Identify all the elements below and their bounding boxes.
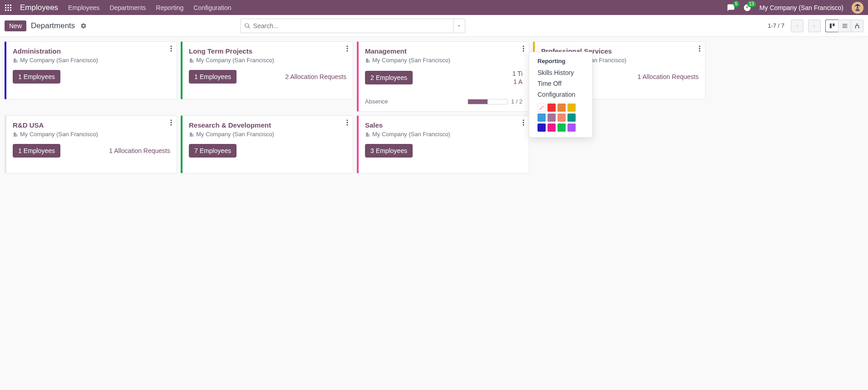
employees-button[interactable]: 3 Employees bbox=[365, 144, 413, 158]
view-list[interactable] bbox=[838, 20, 851, 32]
allocation-link[interactable]: 1 Allocation Requests bbox=[109, 147, 170, 154]
app-brand[interactable]: Employees bbox=[20, 3, 58, 12]
employees-button[interactable]: 7 Employees bbox=[189, 144, 237, 158]
card-company: My Company (San Francisco) bbox=[189, 57, 346, 64]
svg-rect-16 bbox=[829, 23, 831, 28]
color-mauve[interactable] bbox=[547, 114, 556, 122]
svg-point-27 bbox=[347, 46, 348, 47]
search-box[interactable] bbox=[240, 19, 454, 33]
search-options-toggle[interactable] bbox=[454, 19, 465, 33]
card-rnd-usa[interactable]: R&D USA My Company (San Francisco) 1 Emp… bbox=[5, 115, 177, 173]
svg-rect-3 bbox=[5, 7, 6, 8]
messages-icon[interactable]: 5 bbox=[727, 4, 735, 12]
color-teal[interactable] bbox=[567, 114, 576, 122]
search-wrap bbox=[240, 19, 465, 33]
color-red[interactable] bbox=[547, 104, 556, 112]
svg-point-26 bbox=[171, 50, 172, 52]
color-grid bbox=[529, 100, 592, 132]
nav-employees[interactable]: Employees bbox=[68, 4, 99, 11]
svg-rect-18 bbox=[842, 24, 847, 24]
svg-point-39 bbox=[347, 120, 348, 121]
search-input[interactable] bbox=[253, 22, 449, 30]
allocation-link[interactable]: 2 Allocation Requests bbox=[285, 73, 346, 80]
card-kebab[interactable] bbox=[699, 45, 700, 53]
svg-rect-8 bbox=[10, 10, 11, 11]
svg-point-21 bbox=[857, 23, 858, 24]
company-switcher[interactable]: My Company (San Francisco) bbox=[760, 4, 843, 11]
svg-point-36 bbox=[171, 120, 172, 121]
allocation-link[interactable]: 1 Allocation Requests bbox=[637, 73, 699, 80]
color-lightblue[interactable] bbox=[538, 114, 546, 122]
card-title: Management bbox=[365, 47, 523, 55]
nav-configuration[interactable]: Configuration bbox=[193, 4, 231, 11]
svg-point-34 bbox=[699, 48, 700, 49]
kanban-icon bbox=[829, 23, 835, 29]
color-green[interactable] bbox=[557, 123, 566, 132]
svg-rect-6 bbox=[5, 10, 6, 11]
pager-prev[interactable] bbox=[791, 20, 804, 32]
color-purple[interactable] bbox=[567, 123, 576, 132]
card-kebab[interactable] bbox=[346, 119, 348, 127]
pager-next[interactable] bbox=[808, 20, 821, 32]
card-research-development[interactable]: Research & Development My Company (San F… bbox=[181, 115, 353, 173]
allocation-link[interactable]: 1 A bbox=[513, 78, 523, 85]
card-kebab[interactable] bbox=[346, 45, 348, 53]
svg-rect-4 bbox=[8, 7, 9, 8]
svg-point-24 bbox=[171, 46, 172, 47]
breadcrumb: Departments bbox=[31, 21, 75, 30]
card-kebab[interactable] bbox=[170, 119, 172, 127]
card-company: My Company (San Francisco) bbox=[13, 57, 170, 64]
svg-point-23 bbox=[858, 27, 859, 28]
employees-button[interactable]: 1 Employees bbox=[13, 144, 60, 158]
card-kebab[interactable] bbox=[523, 119, 524, 127]
toolbar: New Departments 1-7 / 7 bbox=[0, 15, 868, 37]
popover-header: Reporting bbox=[529, 57, 592, 67]
svg-point-28 bbox=[347, 48, 348, 49]
popover-item-configuration[interactable]: Configuration bbox=[529, 89, 592, 100]
activities-icon[interactable]: 13 bbox=[743, 4, 751, 12]
svg-point-42 bbox=[523, 120, 524, 121]
absence-row: Absence 1 / 2 bbox=[365, 94, 523, 105]
building-icon bbox=[13, 132, 18, 137]
card-sales[interactable]: Sales My Company (San Francisco) 3 Emplo… bbox=[357, 115, 529, 173]
view-hierarchy[interactable] bbox=[851, 20, 863, 32]
card-kebab[interactable] bbox=[170, 45, 172, 53]
svg-point-31 bbox=[523, 48, 524, 49]
card-company: My Company (San Francisco) bbox=[365, 57, 523, 64]
card-kebab[interactable] bbox=[523, 45, 524, 53]
building-icon bbox=[365, 132, 370, 137]
card-long-term-projects[interactable]: Long Term Projects My Company (San Franc… bbox=[181, 41, 353, 99]
employees-button[interactable]: 1 Employees bbox=[13, 70, 60, 84]
svg-point-30 bbox=[523, 46, 524, 47]
color-yellow[interactable] bbox=[567, 104, 576, 112]
color-none[interactable] bbox=[538, 104, 546, 112]
topbar-right: 5 13 My Company (San Francisco) bbox=[727, 2, 863, 14]
card-title: Long Term Projects bbox=[189, 47, 346, 55]
card-management[interactable]: Management My Company (San Francisco) 2 … bbox=[357, 41, 529, 112]
svg-point-38 bbox=[171, 124, 172, 126]
popover-item-time-off[interactable]: Time Off bbox=[529, 78, 592, 89]
card-administration[interactable]: Administration My Company (San Francisco… bbox=[5, 41, 177, 99]
color-orange[interactable] bbox=[557, 104, 566, 112]
nav-reporting[interactable]: Reporting bbox=[156, 4, 184, 11]
color-salmon[interactable] bbox=[557, 114, 566, 122]
color-pink[interactable] bbox=[547, 123, 556, 132]
nav-departments[interactable]: Departments bbox=[109, 4, 146, 11]
avatar[interactable] bbox=[852, 2, 863, 14]
employees-button[interactable]: 1 Employees bbox=[189, 70, 237, 84]
card-title: R&D USA bbox=[13, 121, 170, 129]
svg-point-41 bbox=[347, 124, 348, 126]
view-kanban[interactable] bbox=[825, 20, 838, 32]
timeoff-link[interactable]: 1 Ti bbox=[512, 70, 523, 77]
card-title: Administration bbox=[13, 47, 170, 55]
gear-icon[interactable] bbox=[80, 23, 87, 29]
popover-item-skills-history[interactable]: Skills History bbox=[529, 67, 592, 78]
apps-icon[interactable] bbox=[5, 4, 12, 11]
color-blue[interactable] bbox=[538, 123, 546, 132]
card-title: Sales bbox=[365, 121, 523, 129]
building-icon bbox=[13, 58, 18, 63]
chevron-left-icon bbox=[794, 23, 800, 29]
new-button[interactable]: New bbox=[5, 20, 26, 31]
employees-button[interactable]: 2 Employees bbox=[365, 71, 413, 84]
chevron-right-icon bbox=[812, 23, 817, 29]
